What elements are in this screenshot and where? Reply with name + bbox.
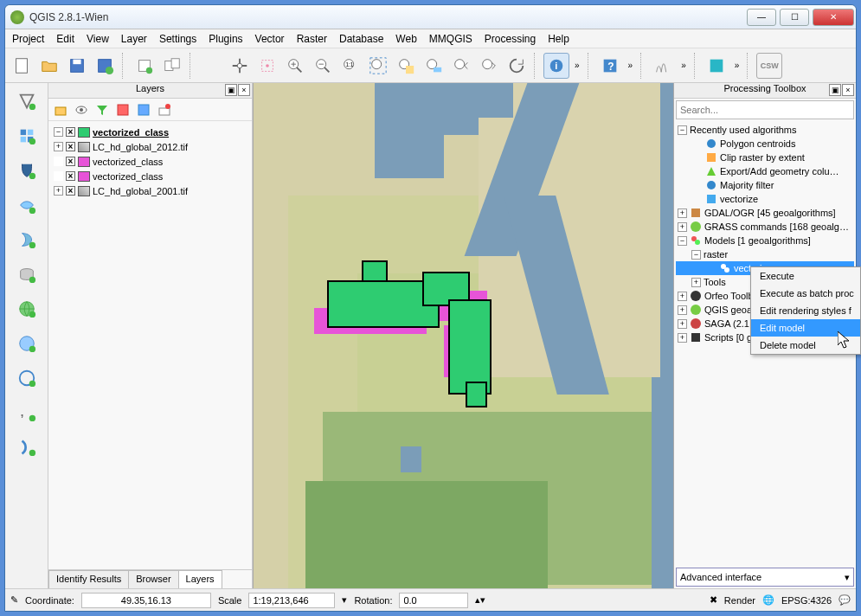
zoom-selection-button[interactable]	[393, 53, 419, 79]
menu-layer[interactable]: Layer	[121, 33, 147, 45]
ctx-delete-model[interactable]: Delete model	[751, 337, 860, 354]
open-project-button[interactable]	[36, 53, 62, 79]
algo-item[interactable]: Clip raster by extent	[720, 152, 805, 163]
layer-row[interactable]: ×vectorized_class	[54, 169, 250, 183]
rotation-stepper-icon[interactable]: ▴▾	[475, 594, 485, 606]
add-wms-button[interactable]	[12, 294, 42, 324]
help-button[interactable]: ?	[597, 53, 623, 79]
zoom-in-button[interactable]	[282, 53, 308, 79]
models-raster-group[interactable]: raster	[704, 249, 728, 260]
csw-button[interactable]: CSW	[756, 53, 782, 79]
zoom-out-button[interactable]	[310, 53, 336, 79]
add-mssql-button[interactable]	[12, 225, 42, 254]
menu-vector[interactable]: Vector	[255, 33, 285, 45]
pan-button[interactable]	[227, 53, 253, 79]
toolbox-undock-button[interactable]: ▣	[829, 84, 841, 96]
ctx-execute[interactable]: Execute	[751, 267, 860, 285]
plugin-button[interactable]	[704, 53, 729, 79]
recent-algorithms-group[interactable]: Recently used algorithms	[690, 125, 797, 135]
save-button[interactable]	[64, 53, 90, 79]
provider-orfeo[interactable]: Orfeo Toolb	[704, 291, 754, 301]
toolbar-overflow-2[interactable]: »	[625, 61, 637, 70]
pan-selection-button[interactable]	[254, 53, 280, 79]
menu-plugins[interactable]: Plugins	[209, 33, 242, 45]
new-project-button[interactable]	[9, 53, 35, 79]
toggle-extents-icon[interactable]: ✎	[10, 594, 18, 606]
add-raster-button[interactable]	[12, 121, 42, 151]
collapse-all-button[interactable]	[135, 101, 152, 119]
add-wfs-button[interactable]	[12, 363, 42, 393]
layer-row[interactable]: +×LC_hd_global_2001.tif	[54, 183, 250, 198]
layers-close-button[interactable]: ×	[238, 84, 250, 96]
minimize-button[interactable]: —	[747, 9, 776, 26]
zoom-next-button[interactable]	[476, 53, 502, 79]
composer-manager-button[interactable]	[159, 53, 185, 79]
add-virtual-button[interactable]	[12, 433, 42, 462]
menu-processing[interactable]: Processing	[485, 33, 536, 45]
menu-raster[interactable]: Raster	[297, 33, 327, 45]
tab-identify-results[interactable]: Identify Results	[48, 570, 129, 588]
toolbar-overflow-1[interactable]: »	[571, 61, 583, 70]
coordinate-input[interactable]	[81, 593, 211, 608]
interface-mode-combo[interactable]: Advanced interface▾	[676, 568, 854, 587]
menu-settings[interactable]: Settings	[159, 33, 196, 45]
provider-saga[interactable]: SAGA (2.1	[704, 318, 749, 329]
algo-item[interactable]: Export/Add geometry colu…	[720, 166, 839, 176]
layer-row[interactable]: −×vectorized_class	[54, 125, 250, 139]
crs-label[interactable]: EPSG:4326	[781, 595, 832, 606]
menu-view[interactable]: View	[87, 33, 109, 45]
scale-dropdown-icon[interactable]: ▾	[342, 594, 347, 606]
menu-help[interactable]: Help	[548, 33, 569, 45]
zoom-native-button[interactable]: 1:1	[337, 53, 363, 79]
layers-undock-button[interactable]: ▣	[225, 84, 237, 96]
save-as-button[interactable]	[92, 53, 118, 79]
render-checkbox-label[interactable]: Render	[724, 595, 755, 606]
add-spatialite-button[interactable]	[12, 190, 42, 220]
histogram-button[interactable]	[650, 53, 676, 79]
visibility-button[interactable]	[73, 101, 90, 119]
add-vector-button[interactable]	[12, 87, 42, 116]
tab-browser[interactable]: Browser	[128, 570, 178, 588]
toolbox-search-input[interactable]	[676, 100, 854, 119]
toolbox-close-button[interactable]: ×	[842, 84, 854, 96]
identify-button[interactable]: i	[543, 53, 569, 79]
layer-row[interactable]: +×LC_hd_global_2012.tif	[54, 139, 250, 154]
toolbar-overflow-3[interactable]: »	[678, 61, 690, 70]
provider-scripts[interactable]: Scripts [0 g	[704, 332, 752, 343]
toolbar-overflow-4[interactable]: »	[731, 61, 743, 70]
provider-qgis[interactable]: QGIS geoa	[704, 305, 752, 315]
close-button[interactable]: ✕	[813, 9, 854, 26]
tab-layers[interactable]: Layers	[178, 570, 222, 588]
menu-database[interactable]: Database	[339, 33, 383, 45]
remove-layer-button[interactable]	[156, 101, 173, 119]
messages-icon[interactable]: 💬	[839, 594, 851, 606]
filter-button[interactable]	[93, 101, 111, 119]
models-tools-group[interactable]: Tools	[704, 277, 726, 287]
scale-combo[interactable]	[248, 593, 335, 608]
ctx-execute-batch[interactable]: Execute as batch proc	[751, 285, 860, 302]
zoom-last-button[interactable]	[448, 53, 474, 79]
add-group-button[interactable]	[52, 101, 69, 119]
map-canvas[interactable]	[253, 83, 674, 588]
ctx-edit-rendering[interactable]: Edit rendering styles f	[751, 302, 860, 319]
provider-models[interactable]: Models [1 geoalgorithms]	[704, 235, 811, 246]
refresh-button[interactable]	[504, 53, 530, 79]
crs-icon[interactable]: 🌐	[762, 594, 774, 606]
add-csv-button[interactable]: ,	[12, 398, 42, 427]
menu-edit[interactable]: Edit	[56, 33, 74, 45]
zoom-layer-button[interactable]	[421, 53, 447, 79]
algo-item[interactable]: vectorize	[720, 194, 758, 204]
add-oracle-button[interactable]	[12, 260, 42, 289]
new-composer-button[interactable]	[132, 53, 157, 79]
provider-grass[interactable]: GRASS commands [168 geoalg…	[704, 221, 849, 232]
layer-tree[interactable]: −×vectorized_class +×LC_hd_global_2012.t…	[48, 121, 252, 569]
add-postgis-button[interactable]	[12, 156, 42, 185]
zoom-full-button[interactable]	[365, 53, 391, 79]
menu-mmqgis[interactable]: MMQGIS	[429, 33, 472, 45]
layer-row[interactable]: ×vectorized_class	[54, 154, 250, 169]
expand-all-button[interactable]	[114, 101, 132, 119]
rotation-input[interactable]	[399, 593, 468, 608]
ctx-edit-model[interactable]: Edit model	[751, 319, 860, 337]
maximize-button[interactable]: ☐	[780, 9, 809, 26]
provider-gdal[interactable]: GDAL/OGR [45 geoalgorithms]	[704, 208, 836, 218]
